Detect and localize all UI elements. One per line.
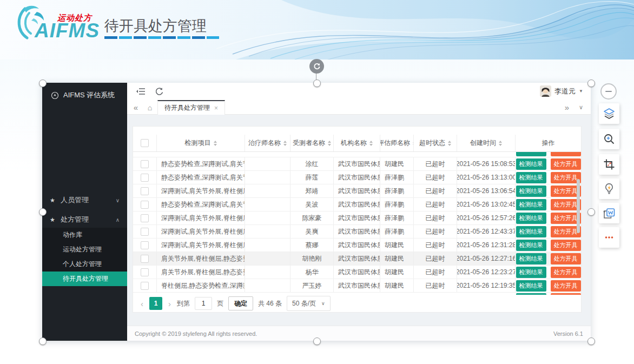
check-result-button[interactable]: 检测结果 [516, 226, 546, 237]
collapse-menu-icon[interactable] [136, 87, 146, 96]
check-result-button[interactable]: 检测结果 [516, 186, 546, 197]
selection-handle-top-left[interactable] [39, 80, 47, 87]
submenu-label: 动作库 [63, 230, 82, 240]
main-area: 李道元 ▼ « ⌂ 待开具处方管理 × » ∨ 检测项目 治疗师名称 受测者名称 [127, 83, 591, 341]
translate-window-tool-button[interactable] [599, 203, 619, 223]
sidebar-item-personnel[interactable]: ★ 人员管理 ∨ [42, 191, 127, 209]
prescribe-button[interactable] [551, 152, 581, 156]
goto-page-input[interactable] [195, 297, 212, 310]
table-row[interactable]: 静态姿势检查,深蹲测试,肩关节外展 涂红 武汉市国民体质监测中心 胡建民 已超时… [133, 157, 581, 171]
row-checkbox[interactable] [141, 228, 149, 236]
zoom-in-tool-button[interactable] [599, 129, 619, 149]
table-row[interactable]: 肩关节外展,脊柱侧屈,静态姿势检查 杨华 武汉市国民体质监测中心 胡建民 已超时… [133, 266, 581, 279]
select-all-checkbox[interactable] [141, 139, 149, 147]
prescribe-button[interactable]: 处方开具 [551, 158, 581, 170]
column-header[interactable]: 检测项目 [157, 135, 245, 151]
table-row[interactable]: 深蹲测试,肩关节外展,脊柱侧屈 陈家豪 武汉市国民体质监测中心 薛泽鹏 已超时 … [133, 211, 581, 225]
cell-created: 2021-05-26 12:19:35 [457, 282, 516, 289]
sort-icon[interactable] [214, 141, 217, 146]
selection-handle-top-right[interactable] [587, 80, 595, 87]
page-size-select[interactable]: 50 条/页 ∨ [287, 296, 331, 311]
total-count-label: 共 46 条 [258, 299, 282, 308]
row-checkbox[interactable] [141, 282, 149, 290]
selection-handle-mid-right[interactable] [587, 208, 595, 216]
next-page-icon[interactable]: › [167, 299, 172, 308]
tab-close-icon[interactable]: × [214, 104, 218, 112]
check-result-button[interactable]: 检测结果 [516, 213, 546, 224]
row-checkbox[interactable] [141, 214, 149, 222]
table-scrollbar[interactable] [577, 179, 580, 233]
cell-created: 2021-05-26 12:23:27 [457, 268, 516, 276]
prescribe-button[interactable]: 处方开具 [551, 280, 581, 292]
sidebar-item-prescription[interactable]: ★ 处方管理 ∧ [42, 210, 127, 229]
sidebar-item-pending-prescription[interactable]: 待开具处方管理 [42, 272, 127, 286]
tab-label: 待开具处方管理 [164, 103, 210, 112]
rotate-handle[interactable] [309, 59, 324, 74]
selection-handle-mid-left[interactable] [39, 208, 47, 216]
check-result-button[interactable]: 检测结果 [516, 253, 546, 264]
check-result-button[interactable]: 检测结果 [516, 267, 546, 278]
table-row[interactable]: 脊柱侧屈,静态姿势检查,深蹲测试 严玉婷 武汉市国民体质监测中心 胡建民 已超时… [133, 279, 581, 293]
tab-pending-prescription[interactable]: 待开具处方管理 × [157, 100, 225, 115]
column-header[interactable]: 受测者名称 [290, 135, 334, 151]
row-checkbox[interactable] [141, 187, 149, 195]
check-result-button[interactable]: 检测结果 [516, 199, 546, 210]
table-row[interactable]: 深蹲测试,肩关节外展,脊柱侧屈 郑靖 武汉市国民体质监测中心 薛泽鹏 已超时 2… [133, 184, 581, 198]
check-result-button[interactable]: 检测结果 [516, 240, 546, 251]
row-checkbox[interactable] [141, 241, 149, 249]
check-result-button[interactable] [516, 152, 546, 156]
table-row[interactable]: 静态姿势检查,深蹲测试,肩关节外展 吴波 武汉市国民体质监测中心 薛泽鹏 已超时… [133, 198, 581, 211]
column-header[interactable]: 创建时间 [457, 135, 516, 151]
tabs-scroll-right-icon[interactable]: » [560, 100, 573, 115]
tabs-scroll-left-icon[interactable]: « [129, 100, 142, 115]
sidebar-item-personal-prescription[interactable]: 个人处方管理 [42, 257, 127, 272]
tabs-more-icon[interactable]: ∨ [574, 100, 587, 115]
prescribe-button[interactable]: 处方开具 [551, 267, 581, 278]
collapse-toolbar-button[interactable] [600, 83, 617, 100]
sidebar-item-exercise-prescription[interactable]: 运动处方管理 [42, 242, 127, 257]
selection-handle-bottom-left[interactable] [39, 337, 47, 345]
column-header[interactable]: 机构名称 [334, 135, 380, 151]
sort-icon[interactable] [328, 141, 331, 146]
current-page-button[interactable]: 1 [149, 297, 162, 310]
sort-icon[interactable] [283, 141, 287, 146]
row-checkbox[interactable] [141, 268, 149, 276]
column-header[interactable]: 超时状态 [414, 135, 457, 151]
crop-tool-button[interactable] [599, 154, 619, 175]
selection-handle-top-center[interactable] [313, 80, 321, 87]
cell-created: 2021-05-26 13:13:00 [457, 174, 516, 181]
cell-project: 深蹲测试,肩关节外展,脊柱侧屈 [161, 227, 245, 236]
check-result-button[interactable]: 检测结果 [516, 172, 546, 183]
cell-assessor: 胡建民 [385, 160, 404, 169]
sidebar-item-action-library[interactable]: 动作库 [42, 228, 127, 242]
table-row-highlighted[interactable]: 肩关节外展,脊柱侧屈,静态姿势检查 胡艳刚 武汉市国民体质监测中心 胡建民 已超… [133, 252, 581, 266]
table-row[interactable]: 深蹲测试,肩关节外展,脊柱侧屈 吴爽 武汉市国民体质监测中心 薛泽鹏 已超时 2… [133, 225, 581, 239]
prescribe-button[interactable]: 处方开具 [551, 240, 581, 251]
row-checkbox[interactable] [141, 201, 149, 209]
layers-tool-button[interactable] [599, 103, 619, 124]
version-text: Version 6.1 [553, 330, 583, 337]
refresh-icon[interactable] [154, 87, 164, 96]
table-row[interactable]: 静态姿势检查,深蹲测试,肩关节外展 薛莲 武汉市国民体质监测中心 薛泽鹏 已超时… [133, 171, 581, 184]
prescribe-button[interactable]: 处方开具 [551, 253, 581, 264]
selection-handle-bottom-right[interactable] [587, 337, 595, 345]
check-result-button[interactable]: 检测结果 [516, 158, 546, 170]
more-tools-button[interactable] [599, 227, 619, 248]
check-result-button[interactable]: 检测结果 [516, 280, 546, 292]
user-menu[interactable]: 李道元 ▼ [540, 85, 583, 97]
row-checkbox[interactable] [141, 174, 149, 182]
sort-icon[interactable] [448, 141, 451, 146]
goto-confirm-button[interactable]: 确定 [228, 296, 253, 310]
table-row[interactable]: 深蹲测试,肩关节外展,脊柱侧屈 蔡娜 武汉市国民体质监测中心 胡建民 已超时 2… [133, 239, 581, 252]
column-header[interactable]: 评估师名称 [380, 135, 414, 151]
home-tab-icon[interactable]: ⌂ [143, 100, 156, 115]
selection-handle-bottom-center[interactable] [313, 337, 321, 345]
prev-page-icon[interactable]: ‹ [140, 299, 144, 308]
sort-icon[interactable] [499, 141, 502, 146]
column-header[interactable]: 治疗师名称 [245, 135, 290, 151]
row-checkbox[interactable] [141, 160, 149, 168]
idea-tool-button[interactable] [599, 178, 619, 199]
ellipsis-icon [603, 231, 616, 244]
row-checkbox[interactable] [141, 255, 149, 263]
sort-icon[interactable] [369, 141, 373, 146]
